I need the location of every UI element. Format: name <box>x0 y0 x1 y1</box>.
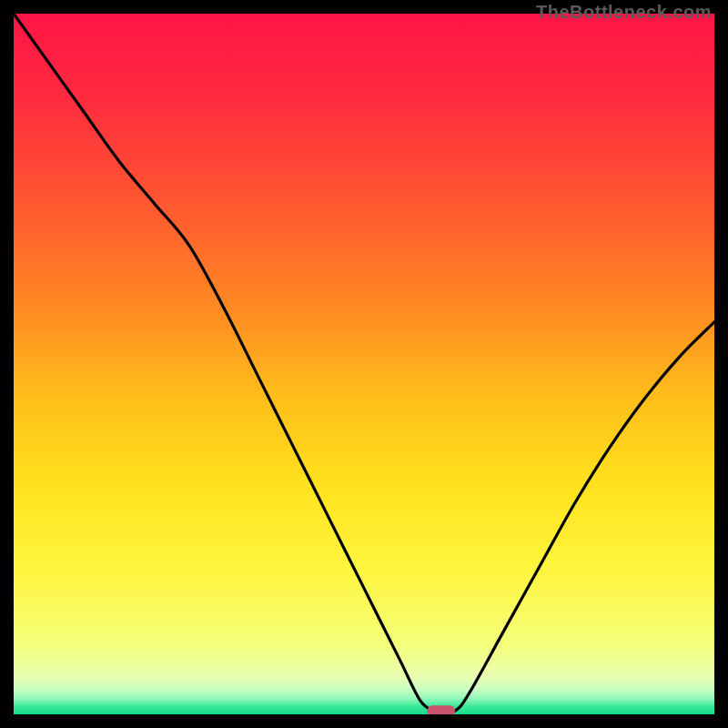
optimal-marker <box>427 705 455 714</box>
bottleneck-chart <box>14 14 714 714</box>
gradient-background <box>14 14 714 714</box>
chart-frame: TheBottleneck.com <box>0 0 728 728</box>
